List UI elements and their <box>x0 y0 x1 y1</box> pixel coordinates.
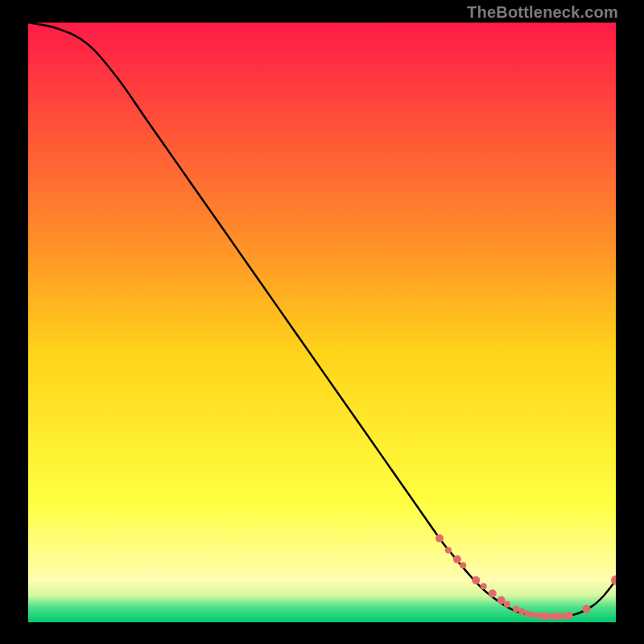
data-point <box>513 606 519 613</box>
data-point <box>497 596 506 604</box>
data-point <box>504 601 510 608</box>
data-point <box>583 605 591 613</box>
data-point <box>481 583 487 589</box>
watermark-text: TheBottleneck.com <box>467 3 618 22</box>
data-point <box>525 611 531 617</box>
data-point <box>565 612 573 620</box>
data-point <box>518 609 525 615</box>
data-point <box>453 555 461 564</box>
data-point <box>436 535 444 543</box>
data-point <box>530 612 537 618</box>
plot-area <box>28 23 616 622</box>
chart-container: TheBottleneck.com <box>0 0 644 644</box>
gradient-backdrop <box>28 23 616 622</box>
data-point <box>445 547 452 554</box>
data-point <box>472 576 480 584</box>
chart-svg <box>28 23 616 622</box>
data-point <box>460 562 466 568</box>
data-point <box>489 589 497 597</box>
